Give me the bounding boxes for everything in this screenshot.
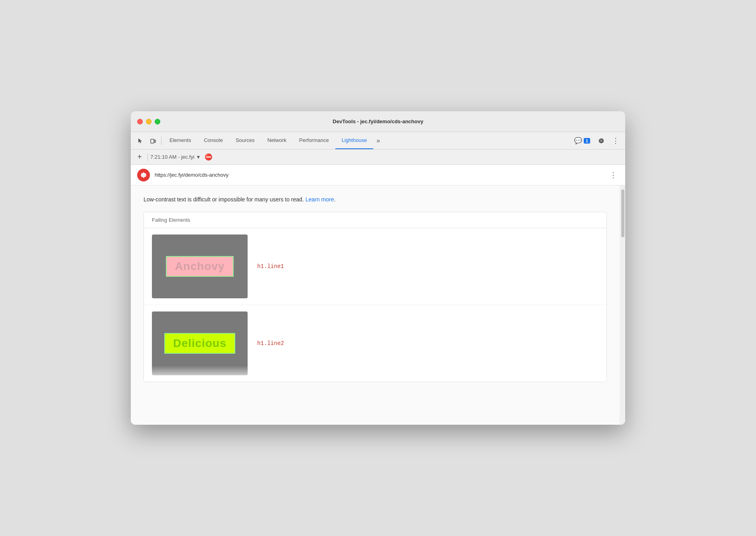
- main-content: Low-contrast text is difficult or imposs…: [131, 185, 625, 425]
- issues-badge-button[interactable]: 💬 1: [571, 135, 593, 146]
- close-button[interactable]: [137, 119, 143, 124]
- element-selector-1[interactable]: h1.line1: [257, 263, 284, 270]
- devtools-toolbar2: + 7:21:10 AM - jec.fyi ▼ ⛔: [131, 150, 625, 165]
- devtools-window: DevTools - jec.fyi/demo/cds-anchovy Elem…: [131, 111, 625, 425]
- toolbar-sep-1: [161, 137, 161, 145]
- more-options-icon[interactable]: ⋮: [609, 134, 622, 147]
- title-bar: DevTools - jec.fyi/demo/cds-anchovy: [131, 111, 625, 132]
- settings-icon[interactable]: [595, 134, 608, 147]
- timestamp-label: 7:21:10 AM - jec.fyi: [150, 154, 195, 160]
- tab-console[interactable]: Console: [197, 132, 229, 149]
- no-entry-icon[interactable]: ⛔: [203, 152, 214, 163]
- toolbar-right: 💬 1 ⋮: [571, 134, 622, 147]
- element-thumbnail-1: Anchovy: [152, 235, 248, 298]
- maximize-button[interactable]: [155, 119, 160, 124]
- origin-selector[interactable]: 7:21:10 AM - jec.fyi ▼: [150, 154, 201, 160]
- delicious-preview: Delicious: [164, 333, 235, 354]
- svg-rect-0: [151, 139, 154, 143]
- url-bar-more-icon[interactable]: ⋮: [608, 169, 619, 181]
- lighthouse-logo-icon: [137, 169, 150, 181]
- tab-performance[interactable]: Performance: [293, 132, 335, 149]
- window-title: DevTools - jec.fyi/demo/cds-anchovy: [333, 118, 423, 124]
- page-url: https://jec.fyi/demo/cds-anchovy: [155, 172, 603, 178]
- issues-count: 1: [584, 138, 590, 144]
- tab-sources[interactable]: Sources: [229, 132, 261, 149]
- devtools-tabs-toolbar: Elements Console Sources Network Perform…: [131, 132, 625, 150]
- cursor-icon[interactable]: [134, 134, 147, 147]
- add-button[interactable]: +: [134, 152, 145, 163]
- device-toggle-icon[interactable]: [147, 134, 159, 147]
- scrollbar-thumb[interactable]: [621, 189, 624, 237]
- table-row: Anchovy h1.line1: [144, 228, 606, 305]
- toolbar2-sep: [148, 154, 148, 161]
- minimize-button[interactable]: [146, 119, 152, 124]
- anchovy-preview: Anchovy: [166, 256, 233, 277]
- element-thumbnail-2: Delicious: [152, 311, 248, 375]
- chevron-down-icon: ▼: [196, 154, 201, 160]
- failing-elements-header: Failing Elements: [144, 212, 606, 228]
- tabs-container: Elements Console Sources Network Perform…: [163, 132, 571, 149]
- tab-overflow-button[interactable]: »: [373, 137, 383, 144]
- svg-rect-1: [154, 140, 156, 142]
- failing-elements-table: Failing Elements Anchovy h1.line1 Delici…: [144, 212, 607, 382]
- learn-more-link[interactable]: Learn more: [305, 196, 334, 203]
- description-text: Low-contrast text is difficult or imposs…: [144, 195, 612, 204]
- traffic-lights: [137, 119, 160, 124]
- scrollbar-track: [620, 185, 625, 425]
- tab-lighthouse[interactable]: Lighthouse: [335, 132, 374, 149]
- table-row: Delicious h1.line2: [144, 305, 606, 382]
- tab-network[interactable]: Network: [261, 132, 293, 149]
- tab-elements[interactable]: Elements: [163, 132, 197, 149]
- url-bar: https://jec.fyi/demo/cds-anchovy ⋮: [131, 165, 625, 185]
- element-selector-2[interactable]: h1.line2: [257, 340, 284, 347]
